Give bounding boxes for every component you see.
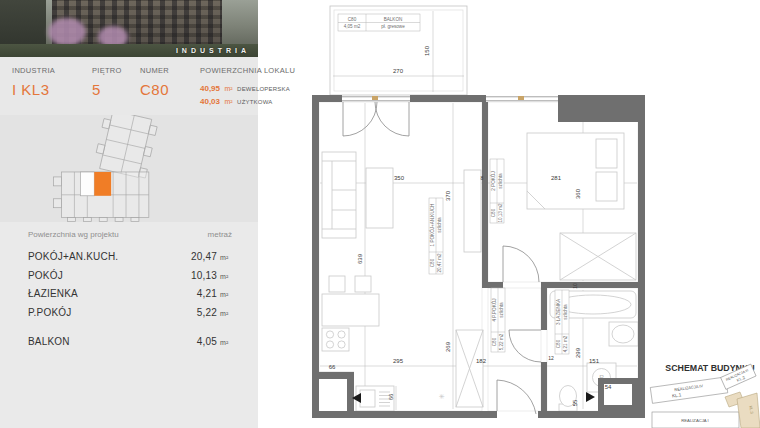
dim-kitchen-width: 295 <box>393 358 404 364</box>
svg-text:REALIZACJA I: REALIZACJA I <box>681 418 708 423</box>
svg-text:5,22 m2: 5,22 m2 <box>499 333 504 350</box>
table-row: P.POKÓJ 5,22 m² <box>28 307 232 318</box>
dim-tub-gap: 10 <box>572 283 578 289</box>
brand-logo: INDUSTRIA <box>176 47 250 54</box>
minimap-adjacent-unit <box>80 172 94 196</box>
table-row: POKÓJ 10,13 m² <box>28 270 232 281</box>
svg-text:C80: C80 <box>492 337 497 346</box>
svg-text:C80: C80 <box>491 208 496 217</box>
table-header-left: Powierzchnia wg projektu <box>28 230 119 239</box>
bathroom-door <box>509 330 541 362</box>
photo-blossom-tree <box>48 18 86 46</box>
areas-table-header: Powierzchnia wg projektu metraż <box>28 230 232 239</box>
floor-label: PIĘTRO <box>92 66 140 75</box>
stove <box>322 328 349 351</box>
svg-text:2 POKÓJ: 2 POKÓJ <box>490 171 496 190</box>
dim-bedroom-height: 360 <box>575 188 581 199</box>
sofa <box>322 152 356 238</box>
areas-table: Powierzchnia wg projektu metraż POKÓJ+AN… <box>0 222 258 428</box>
svg-text:szlichta: szlichta <box>498 173 503 189</box>
dim-wall: 8 <box>481 175 484 181</box>
table-row: BALKON 4,05 m² <box>28 336 232 347</box>
balcony-label: C80 BALKON 4,05 m2 pł. gresowe <box>338 14 420 31</box>
dim-bath-height: 299 <box>575 347 581 358</box>
svg-text:C80: C80 <box>430 258 435 267</box>
dim-sink: 66 <box>388 393 394 400</box>
investment-label: INDUSTRIA <box>12 66 92 75</box>
svg-text:3 ŁAZIENKA: 3 ŁAZIENKA <box>556 298 561 325</box>
dim-wall: 12 <box>548 355 554 361</box>
tv-cabinet <box>464 170 481 252</box>
site-plan-minimap <box>0 115 258 222</box>
hall-wardrobe <box>456 330 483 407</box>
minimap-upper-wing <box>93 115 159 179</box>
svg-text:1 POKÓJ+AN.KUCH: 1 POKÓJ+AN.KUCH <box>429 204 435 247</box>
dim-wc: 55 <box>572 399 578 406</box>
dim-living-height: 370 <box>445 190 451 201</box>
entrance-door <box>497 380 536 414</box>
dim-hall-width: 182 <box>476 358 487 364</box>
schemat-section: REALIZACJA I <box>652 412 739 428</box>
svg-text:szlichta: szlichta <box>499 302 504 318</box>
header-number: NUMER C80 <box>140 66 200 115</box>
table-row: ŁAZIENKA 4,21 m² <box>28 288 232 299</box>
svg-text:BALKON: BALKON <box>384 17 403 22</box>
table-row: POKÓJ+AN.KUCH. 20,47 m² <box>28 251 232 262</box>
bedroom-door <box>503 246 539 282</box>
header-floor: PIĘTRO 5 <box>92 66 140 115</box>
apartment-card: INDUSTRIA INDUSTRIA I KL3 PIĘTRO 5 NUMER… <box>0 0 760 428</box>
svg-text:10,13 m2: 10,13 m2 <box>498 203 503 223</box>
bedroom-window <box>486 96 558 101</box>
svg-text:4 P.POKÓJ: 4 P.POKÓJ <box>491 298 497 321</box>
svg-text:20,47 m2: 20,47 m2 <box>437 253 442 273</box>
svg-text:4,21 m2: 4,21 m2 <box>563 335 568 352</box>
floor-value: 5 <box>92 81 140 98</box>
hall-furniture: ✳ <box>439 330 483 407</box>
dim-balcony-height: 150 <box>424 45 430 56</box>
vent-symbol-icon: ✳ <box>439 393 445 400</box>
dim-shaft: 66 <box>329 364 336 370</box>
dim-left-height: 639 <box>357 253 363 264</box>
svg-text:C80: C80 <box>348 17 357 22</box>
room-label-bedroom: C80 2 POKÓJ 10,13 m2 szlichta <box>490 159 504 223</box>
number-label: NUMER <box>140 66 200 75</box>
table-header-right: metraż <box>208 230 232 239</box>
room-label-bathroom: C80 3 ŁAZIENKA 4,21 m2 szlichta <box>555 290 569 354</box>
bedroom-furniture <box>527 133 636 280</box>
chair <box>329 276 345 292</box>
schemat-section: REALIZACJA IV KL.1 <box>650 377 727 403</box>
dim-washer: 54 <box>605 384 612 390</box>
left-panel: INDUSTRIA INDUSTRIA I KL3 PIĘTRO 5 NUMER… <box>0 0 258 428</box>
svg-text:szlichta: szlichta <box>437 217 442 233</box>
balcony: 270 150 C80 BALKON 4,05 m2 pł. gresowe <box>330 6 467 95</box>
building-photo: INDUSTRIA <box>0 0 258 57</box>
dim-bath-width: 151 <box>589 358 600 364</box>
floor-plan: 270 150 C80 BALKON 4,05 m2 pł. gresowe <box>285 0 760 428</box>
unit-header: INDUSTRIA I KL3 PIĘTRO 5 NUMER C80 POWIE… <box>0 57 258 115</box>
svg-text:4,05 m2: 4,05 m2 <box>344 24 361 29</box>
dining-table <box>322 294 379 326</box>
dim-balcony-width: 270 <box>393 68 404 74</box>
header-investment: INDUSTRIA I KL3 <box>12 66 92 115</box>
number-value: C80 <box>140 81 200 98</box>
site-plan-svg <box>0 115 258 222</box>
dim-living-width: 350 <box>394 175 405 181</box>
dim-bedroom-width: 281 <box>551 175 562 181</box>
minimap-highlighted-unit[interactable] <box>94 172 111 196</box>
shaft-arrow-icon <box>586 392 595 402</box>
svg-text:pł. gresowe: pł. gresowe <box>381 24 405 29</box>
dim-hall-height: 269 <box>445 341 451 352</box>
coffee-table <box>366 168 393 228</box>
svg-text:C80: C80 <box>556 339 561 348</box>
schemat-budynku: SCHEMAT BUDYNKU REALIZACJA IV KL.1 REALI… <box>650 363 760 428</box>
svg-text:szlichta: szlichta <box>563 304 568 320</box>
wardrobe <box>560 233 636 280</box>
room-label-hall: C80 4 P.POKÓJ 5,22 m2 szlichta <box>491 288 505 352</box>
investment-value: I KL3 <box>12 81 92 98</box>
room-label-living: C80 1 POKÓJ+AN.KUCH 20,47 m2 szlichta <box>429 198 443 274</box>
chair <box>355 276 371 292</box>
